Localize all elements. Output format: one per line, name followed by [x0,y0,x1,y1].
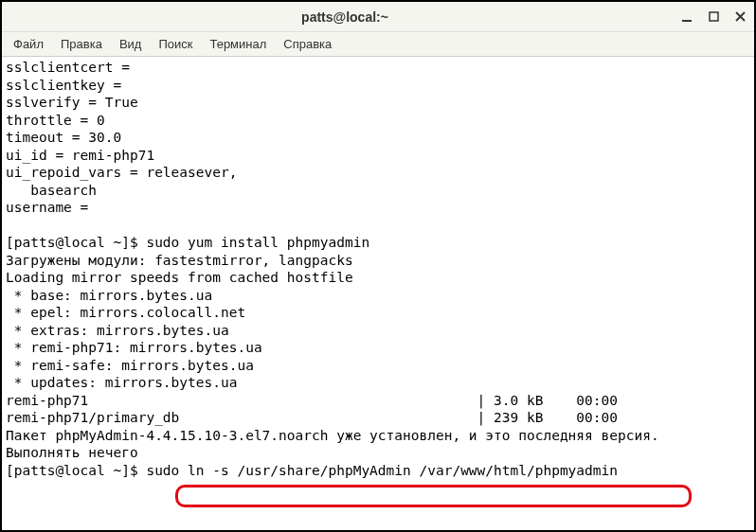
terminal-output[interactable]: sslclientcert = sslclientkey = sslverify… [2,57,754,530]
menu-terminal[interactable]: Терминал [202,34,274,54]
menubar: Файл Правка Вид Поиск Терминал Справка [2,32,754,57]
maximize-button[interactable] [707,10,720,24]
window-titlebar: patts@local:~ [2,2,754,32]
menu-view[interactable]: Вид [112,34,150,54]
menu-help[interactable]: Справка [276,34,339,54]
minimize-button[interactable] [680,10,693,24]
window-title: patts@local:~ [9,9,680,25]
svg-rect-1 [710,12,718,21]
menu-file[interactable]: Файл [6,34,51,54]
window-controls [680,10,747,24]
menu-search[interactable]: Поиск [151,34,200,54]
menu-edit[interactable]: Правка [53,34,110,54]
close-button[interactable] [733,10,747,24]
